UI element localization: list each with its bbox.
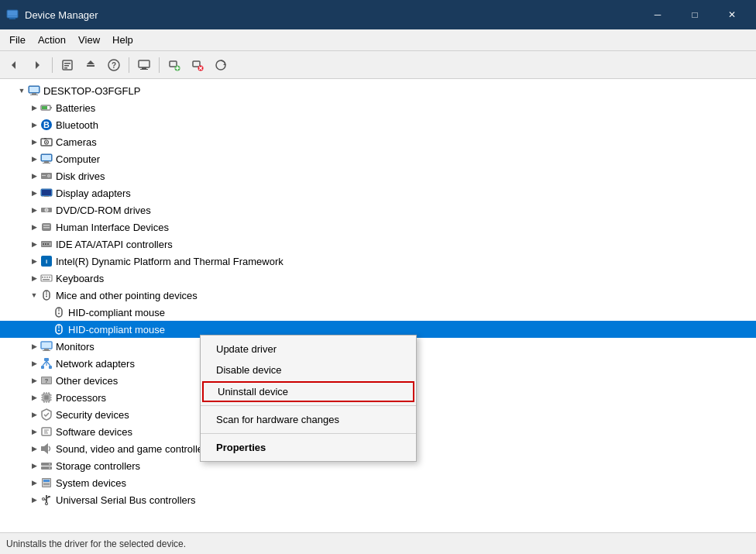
- software-label: Software devices: [56, 426, 132, 438]
- svg-rect-16: [170, 61, 177, 67]
- status-text: Uninstalls the driver for the selected d…: [6, 539, 186, 549]
- keyboards-expander[interactable]: ▶: [28, 272, 40, 284]
- monitors-expander[interactable]: ▶: [28, 340, 40, 353]
- storage-expander[interactable]: ▶: [28, 459, 40, 472]
- computer-expander[interactable]: ▶: [28, 153, 40, 165]
- tree-item-usb[interactable]: ▶ Universal Serial Bus controllers: [0, 491, 756, 508]
- tree-item-intel[interactable]: ▶ i Intel(R) Dynamic Platform and Therma…: [0, 253, 756, 270]
- storage-label: Storage controllers: [56, 460, 140, 472]
- add-device-button[interactable]: [163, 54, 185, 76]
- status-bar: Uninstalls the driver for the selected d…: [0, 532, 756, 554]
- svg-rect-49: [44, 196, 49, 197]
- scan-hardware-button[interactable]: [210, 54, 232, 76]
- svg-rect-63: [41, 275, 52, 281]
- tree-item-display[interactable]: ▶ Display adapters: [0, 184, 756, 201]
- svg-rect-67: [49, 277, 50, 278]
- mice-icon: [40, 289, 53, 301]
- batteries-expander[interactable]: ▶: [28, 102, 40, 114]
- software-expander[interactable]: ▶: [28, 425, 40, 438]
- hid-expander[interactable]: ▶: [28, 221, 40, 233]
- svg-rect-93: [44, 395, 49, 400]
- svg-rect-58: [43, 243, 44, 245]
- ctx-update-driver[interactable]: Update driver: [201, 339, 416, 360]
- storage-icon: [40, 459, 53, 472]
- monitors-label: Monitors: [56, 341, 94, 353]
- usb-expander[interactable]: ▶: [28, 494, 40, 506]
- svg-text:?: ?: [112, 61, 116, 70]
- network-expander[interactable]: ▶: [28, 357, 40, 370]
- intel-label: Intel(R) Dynamic Platform and Thermal Fr…: [56, 256, 284, 267]
- cameras-expander[interactable]: ▶: [28, 136, 40, 148]
- minimize-button[interactable]: ─: [640, 0, 675, 29]
- svg-point-77: [58, 330, 60, 332]
- ctx-disable-device[interactable]: Disable device: [201, 360, 416, 380]
- help-button[interactable]: ?: [103, 54, 125, 76]
- bluetooth-expander[interactable]: ▶: [28, 119, 40, 131]
- device-tree[interactable]: ▼ DESKTOP-O3FGFLP ▶: [0, 79, 756, 532]
- svg-rect-42: [43, 163, 50, 163]
- tree-item-bluetooth[interactable]: ▶ B Bluetooth: [0, 116, 756, 133]
- properties-button[interactable]: [57, 54, 78, 76]
- tree-root[interactable]: ▼ DESKTOP-O3FGFLP: [0, 82, 756, 99]
- dvd-expander[interactable]: ▶: [28, 204, 40, 216]
- processors-expander[interactable]: ▶: [28, 391, 40, 404]
- svg-rect-38: [44, 138, 46, 139]
- intel-expander[interactable]: ▶: [28, 255, 40, 267]
- keyboards-label: Keyboards: [56, 273, 104, 284]
- tree-item-hid[interactable]: ▶ Human Interface Devices: [0, 219, 756, 236]
- usb-icon: [40, 494, 53, 506]
- ctx-properties[interactable]: Properties: [201, 437, 416, 458]
- remove-device-button[interactable]: [187, 54, 208, 76]
- svg-rect-84: [49, 366, 52, 369]
- tree-item-computer[interactable]: ▶ Computer: [0, 150, 756, 167]
- monitor-button[interactable]: [133, 54, 155, 76]
- menu-help[interactable]: Help: [106, 31, 139, 49]
- menu-view[interactable]: View: [72, 31, 106, 49]
- ide-expander[interactable]: ▶: [28, 238, 40, 250]
- ide-label: IDE ATA/ATAPI controllers: [56, 239, 173, 250]
- forward-button[interactable]: [26, 54, 48, 76]
- computer-icon: [28, 84, 40, 97]
- svg-rect-46: [42, 175, 46, 176]
- root-expander[interactable]: ▼: [15, 84, 28, 97]
- tree-item-cameras[interactable]: ▶ Cameras: [0, 133, 756, 150]
- svg-rect-83: [41, 366, 44, 369]
- system-expander[interactable]: ▶: [28, 477, 40, 489]
- menu-action[interactable]: Action: [32, 31, 72, 49]
- tree-item-dvd[interactable]: ▶ DVD/CD-ROM drives: [0, 201, 756, 219]
- svg-rect-29: [29, 87, 39, 92]
- sound-expander[interactable]: ▶: [28, 442, 40, 455]
- ctx-uninstall-device[interactable]: Uninstall device: [202, 381, 414, 402]
- tree-item-keyboards[interactable]: ▶ Keyboards: [0, 270, 756, 287]
- dvd-icon: [40, 204, 53, 216]
- display-expander[interactable]: ▶: [28, 187, 40, 199]
- tree-item-mice[interactable]: ▼ Mice and other pointing devices: [0, 287, 756, 304]
- security-icon: [40, 408, 53, 421]
- ide-icon: [40, 238, 53, 250]
- maximize-button[interactable]: □: [677, 0, 713, 29]
- security-expander[interactable]: ▶: [28, 408, 40, 421]
- svg-text:i: i: [46, 258, 47, 265]
- svg-rect-31: [50, 107, 52, 108]
- tree-item-ide[interactable]: ▶ IDE ATA/ATAPI controllers: [0, 236, 756, 253]
- close-button[interactable]: ✕: [714, 0, 750, 29]
- svg-rect-28: [30, 95, 38, 95]
- hid-mouse-2-label: HID-compliant mouse: [68, 324, 165, 335]
- back-button[interactable]: [3, 54, 25, 76]
- system-icon: [40, 477, 53, 489]
- svg-rect-7: [64, 65, 69, 67]
- menu-file[interactable]: File: [3, 31, 32, 49]
- intel-icon: i: [40, 255, 53, 267]
- bluetooth-icon: B: [40, 119, 53, 131]
- svg-rect-110: [41, 446, 44, 451]
- mice-expander[interactable]: ▼: [28, 289, 40, 301]
- update-driver-button[interactable]: [80, 54, 101, 76]
- tree-item-hid-mouse-1[interactable]: ▶ HID-compliant mouse: [0, 304, 756, 321]
- batteries-label: Batteries: [56, 102, 95, 114]
- tree-item-system[interactable]: ▶ System devices: [0, 474, 756, 491]
- disk-expander[interactable]: ▶: [28, 170, 40, 182]
- tree-item-disk[interactable]: ▶ Disk drives: [0, 167, 756, 184]
- other-expander[interactable]: ▶: [28, 374, 40, 387]
- tree-item-batteries[interactable]: ▶ Batteries: [0, 99, 756, 116]
- ctx-scan-hardware[interactable]: Scan for hardware changes: [201, 409, 416, 430]
